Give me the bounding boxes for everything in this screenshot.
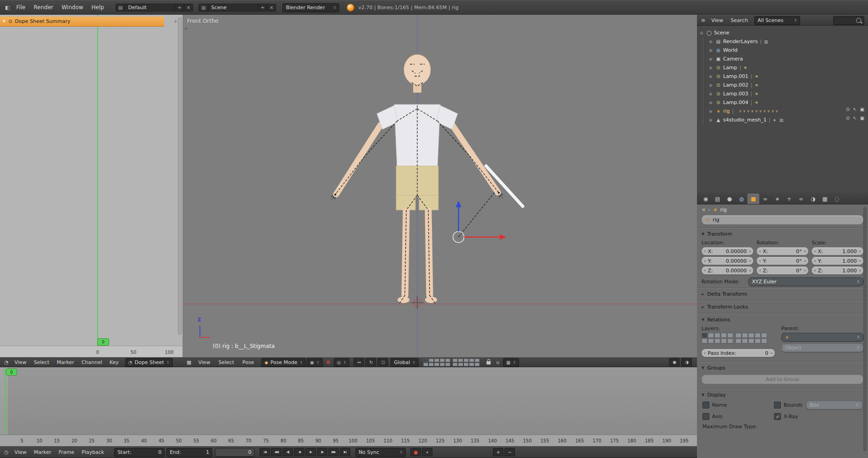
layer-toggle[interactable]: [727, 338, 733, 343]
stepper-right-icon[interactable]: ▸: [859, 259, 862, 263]
properties-tab[interactable]: ■: [747, 193, 759, 204]
sync-dropdown[interactable]: No Sync ⇕: [355, 448, 406, 457]
outliner-row-lamp[interactable]: ⊕ ⊙ Lamp | ☀: [697, 63, 868, 72]
layer-toggle[interactable]: [453, 359, 458, 362]
scale-x-field[interactable]: ◂X:1.000▸: [812, 247, 863, 255]
keyframe-button[interactable]: +: [493, 448, 503, 456]
opengl-render-button[interactable]: ◉: [669, 358, 680, 366]
rotation-z-field[interactable]: ◂Z:0°▸: [757, 266, 808, 275]
dope-sheet-mode-dropdown[interactable]: ◔ Dope Sheet ⇕: [125, 358, 173, 367]
expand-toggle-icon[interactable]: ⊕: [709, 109, 715, 114]
outliner-row-scene[interactable]: ⊖ ◯ Scene: [697, 28, 868, 37]
transform-panel-header[interactable]: ▼ Transform: [697, 228, 868, 239]
delta-transform-panel-header[interactable]: ► Delta Transform: [697, 288, 868, 299]
outliner-row-lamp-004[interactable]: ⊕ ⊙ Lamp.004 | ☀: [697, 98, 868, 107]
layer-toggle[interactable]: [475, 359, 480, 362]
outliner-item-label[interactable]: Camera: [723, 56, 743, 62]
editor-type-icon[interactable]: ◧: [3, 5, 12, 10]
scale-z-field[interactable]: ◂Z:1.000▸: [812, 266, 863, 275]
playback-button[interactable]: |▶: [317, 448, 327, 456]
timeline-body[interactable]: [0, 367, 697, 435]
stepper-left-icon[interactable]: ◂: [703, 259, 706, 263]
layer-toggle[interactable]: [714, 338, 720, 343]
outliner-item-label[interactable]: RenderLayers: [723, 39, 758, 44]
current-frame-field[interactable]: 0: [215, 448, 254, 457]
location-y-field[interactable]: ◂Y:0.00000▸: [702, 257, 753, 265]
end-frame-field[interactable]: End: 1: [166, 448, 212, 457]
layer-toggle[interactable]: [702, 338, 708, 343]
expand-toggle-icon[interactable]: ⊕: [709, 74, 715, 79]
stepper-right-icon[interactable]: ▸: [804, 259, 807, 263]
render-layer-data-icon[interactable]: ▤: [764, 39, 768, 44]
layer-toggle[interactable]: [434, 359, 439, 362]
playback-button[interactable]: ▶|: [340, 448, 350, 456]
expand-toggle-icon[interactable]: ⊕: [709, 39, 715, 44]
start-frame-field[interactable]: Start: 0: [114, 448, 165, 457]
timeline-ruler[interactable]: 5101520253035404550556065707580859095100…: [0, 435, 697, 447]
location-z-field[interactable]: ◂Z:0.00000▸: [702, 266, 753, 275]
stepper-left-icon[interactable]: ◂: [758, 269, 761, 272]
outliner-row-lamp-002[interactable]: ⊕ ⊙ Lamp.002 | ☀: [697, 81, 868, 89]
selectable-icon[interactable]: ↖: [853, 116, 857, 121]
layer-toggle[interactable]: [721, 338, 727, 343]
transform-locks-panel-header[interactable]: ► Transform Locks: [697, 301, 868, 312]
outliner-row-lamp-003[interactable]: ⊕ ⊙ Lamp.003 | ☀: [697, 89, 868, 98]
layer-toggle[interactable]: [761, 333, 767, 338]
stepper-left-icon[interactable]: ◂: [758, 249, 761, 253]
expand-toggle-icon[interactable]: ⊕: [709, 118, 715, 122]
axis-checkbox[interactable]: Axis: [702, 413, 771, 420]
layer-toggle[interactable]: [434, 363, 439, 366]
browse-scenes-icon[interactable]: ▤: [199, 4, 208, 11]
relations-panel-header[interactable]: ▼ Relations: [697, 314, 868, 325]
region-expand-icon[interactable]: +: [184, 26, 188, 32]
properties-tab[interactable]: ∞: [759, 193, 771, 204]
menu-marker[interactable]: Marker: [53, 359, 78, 365]
current-frame-line[interactable]: [97, 15, 98, 357]
outliner-item-label[interactable]: rig: [723, 108, 730, 114]
browse-layouts-icon[interactable]: ▤: [116, 4, 125, 11]
playback-button[interactable]: ◀: [294, 448, 304, 456]
stepper-right-icon[interactable]: ▸: [749, 269, 752, 272]
outliner-filter-dropdown[interactable]: All Scenes ⇕: [754, 16, 800, 25]
playback-button[interactable]: ▶▶: [328, 448, 339, 456]
hide-icon[interactable]: ⊙: [846, 107, 850, 112]
delete-scene-icon[interactable]: ×: [267, 4, 276, 11]
stepper-right-icon[interactable]: ▸: [804, 249, 807, 253]
layer-toggle[interactable]: [458, 359, 463, 362]
expand-toggle-icon[interactable]: ⊕: [709, 66, 715, 70]
outliner-item-label[interactable]: Lamp.002: [723, 82, 748, 88]
menu-view[interactable]: View: [11, 359, 30, 365]
outliner-row-rig[interactable]: ⊕ ∗ rig | ∨∨∨∨∨∨∨∨∨∨: [697, 107, 868, 116]
dope-sheet-ruler[interactable]: 0 50 100: [0, 346, 182, 358]
layer-toggle[interactable]: [755, 333, 761, 338]
dope-sheet-summary-row[interactable]: ▼ ⊙ Dope Sheet Summary: [0, 17, 164, 27]
outliner-item-label[interactable]: s4studio_mesh_1: [723, 117, 767, 123]
rotation-mode-dropdown[interactable]: XYZ Euler ⇕: [748, 277, 863, 286]
layer-toggle[interactable]: [714, 333, 720, 338]
outliner-row-world[interactable]: ⊕ ◍ World: [697, 46, 868, 55]
shading-dropdown[interactable]: ◉ ⇕: [307, 358, 322, 367]
vertical-scrollbar[interactable]: [178, 17, 182, 335]
snap-target-dropdown[interactable]: ▦ ⇕: [503, 358, 519, 367]
layer-toggle[interactable]: [440, 359, 445, 362]
editor-type-icon[interactable]: ◷: [2, 450, 11, 455]
xray-checkbox[interactable]: ✓X-Ray: [774, 413, 862, 420]
layer-toggle[interactable]: [475, 363, 480, 366]
lamp-data-icon[interactable]: ☀: [743, 66, 747, 70]
menu-view[interactable]: View: [194, 359, 214, 365]
renderable-icon[interactable]: ▣: [860, 116, 864, 121]
layer-toggle[interactable]: [445, 359, 450, 362]
expand-toggle-icon[interactable]: ⊕: [709, 92, 715, 96]
properties-tab[interactable]: ∗: [771, 193, 783, 204]
outliner-item-label[interactable]: Lamp: [723, 65, 737, 71]
layer-toggle[interactable]: [445, 363, 450, 366]
auto-keyframe-record-button[interactable]: ●: [410, 448, 421, 456]
outliner-row-lamp-001[interactable]: ⊕ ⊙ Lamp.001 | ☀: [697, 72, 868, 81]
pass-index-field[interactable]: ◂ Pass Index: 0 ▸: [702, 349, 775, 357]
properties-tab[interactable]: ∞: [795, 193, 807, 204]
editor-type-icon[interactable]: ◔: [2, 360, 11, 365]
expand-toggle-icon[interactable]: ⊖: [700, 31, 706, 35]
add-scene-icon[interactable]: +: [259, 4, 267, 11]
menu-channel[interactable]: Channel: [78, 359, 106, 365]
layer-toggle[interactable]: [429, 359, 434, 362]
